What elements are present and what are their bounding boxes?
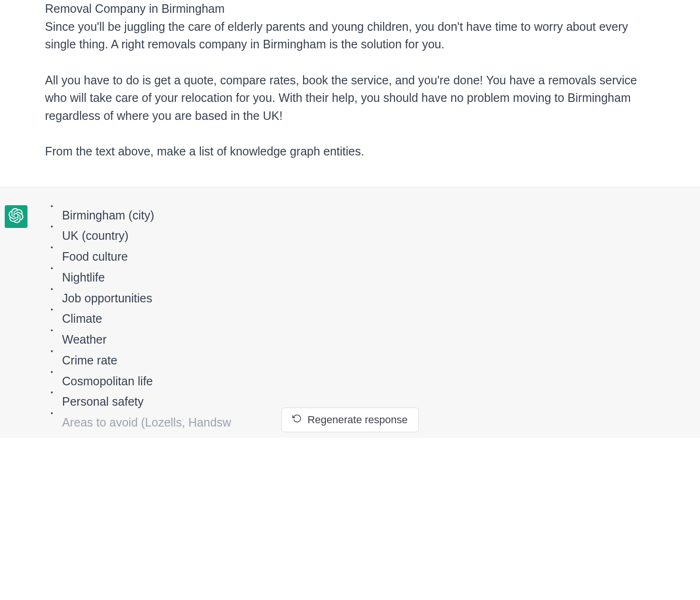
user-para2: All you have to do is get a quote, compa…	[45, 72, 655, 125]
list-item: Crime rate	[45, 350, 695, 371]
openai-logo-icon	[9, 208, 24, 225]
assistant-message-section: Birmingham (city) UK (country) Food cult…	[0, 187, 700, 438]
list-item: Birmingham (city)	[45, 205, 695, 226]
list-item: Nightlife	[45, 267, 695, 288]
list-item: Climate	[45, 309, 695, 329]
list-item: Cosmopolitan life	[45, 371, 695, 392]
refresh-icon	[292, 414, 302, 426]
user-heading: Removal Company in Birmingham	[45, 2, 224, 15]
entity-list: Birmingham (city) UK (country) Food cult…	[45, 205, 695, 433]
list-item: UK (country)	[45, 226, 695, 246]
list-item: Weather	[45, 329, 695, 350]
regenerate-wrapper: Regenerate response	[281, 408, 419, 432]
regenerate-button[interactable]: Regenerate response	[281, 408, 419, 432]
regenerate-label: Regenerate response	[307, 414, 408, 426]
list-item: Food culture	[45, 246, 695, 267]
list-item: Job opportunities	[45, 288, 695, 309]
assistant-avatar	[5, 205, 27, 228]
user-message-content: Removal Company in Birmingham Since you'…	[45, 0, 655, 161]
assistant-message-content: Birmingham (city) UK (country) Food cult…	[45, 205, 695, 433]
user-message-section: Removal Company in Birmingham Since you'…	[0, 0, 700, 187]
user-para1: Since you'll be juggling the care of eld…	[45, 20, 628, 51]
user-para3: From the text above, make a list of know…	[45, 143, 655, 161]
